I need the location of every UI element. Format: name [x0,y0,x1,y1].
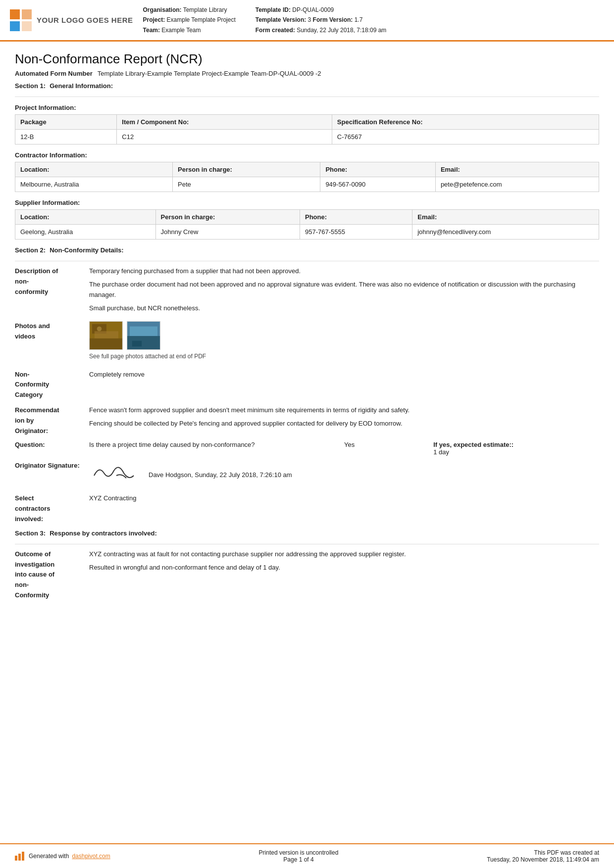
form-number-value: Template Library-Example Template Projec… [98,70,321,77]
form-number-row: Automated Form Number Template Library-E… [15,70,599,77]
project-info-thead-row: Package Item / Component No: Specificati… [15,115,599,130]
contractor-thead-row: Location: Person in charge: Phone: Email… [15,162,599,177]
template-id-row: Template ID: DP-QUAL-0009 [256,5,387,15]
question-estimate: If yes, expected estimate:: 1 day [433,441,599,456]
footer-link[interactable]: dashpivot.com [72,853,110,860]
footer-center: Printed version is uncontrolled Page 1 o… [259,849,339,863]
svg-point-8 [97,327,102,332]
contractor-col-3: Email: [435,162,599,177]
section3-header: Section 3:Response by contractors involv… [15,530,599,537]
description-row: Description ofnon-conformity Temporary f… [15,266,599,316]
contractors-label: Selectcontractorsinvolved: [15,493,89,524]
question-answer: Yes [344,441,433,456]
description-value: Temporary fencing purchased from a suppl… [89,266,599,316]
logo-text: YOUR LOGO GOES HERE [37,16,133,24]
divider1 [15,96,599,97]
footer-generated-text: Generated with [29,853,69,860]
logo-icon [10,9,32,31]
report-title: Non-Conformance Report (NCR) [15,51,599,67]
contractor-col-0: Location: [15,162,173,177]
supplier-phone: 957-767-5555 [300,225,412,240]
recommendation-line-1: Fencing should be collected by Pete's fe… [89,419,599,429]
template-version-row: Template Version: 3 Form Version: 1.7 [256,15,387,25]
svg-rect-15 [22,852,24,861]
category-label: Non-ConformityCategory [15,370,89,400]
form-created-row: Form created: Sunday, 22 July 2018, 7:18… [256,25,387,35]
form-number-label: Automated Form Number [15,70,93,77]
photo-svg-1 [90,322,122,349]
supplier-col-2: Phone: [300,210,412,225]
main-content: Non-Conformance Report (NCR) Automated F… [0,42,614,843]
logo-area: YOUR LOGO GOES HERE [10,5,133,35]
estimate-value: 1 day [433,448,449,456]
footer-created-date: Tuesday, 20 November 2018, 11:49:04 am [487,856,599,863]
footer-created-label: This PDF was created at [487,849,599,856]
svg-rect-3 [22,21,32,31]
divider3 [15,544,599,544]
footer-uncontrolled: Printed version is uncontrolled [259,849,339,856]
photo-svg-2 [127,322,160,349]
contractor-phone: 949-567-0090 [320,177,436,192]
supplier-row: Geelong, Australia Johnny Crew 957-767-5… [15,225,599,240]
photo-thumb-1 [89,321,123,350]
svg-rect-0 [10,9,20,19]
category-value: Completely remove [89,370,599,400]
project-spec: C-76567 [332,130,599,145]
svg-rect-14 [18,854,21,861]
contractor-col-1: Person in charge: [173,162,320,177]
signature-row: Originator Signature: Dave Hodgson, Sund… [15,461,599,488]
supplier-thead-row: Location: Person in charge: Phone: Email… [15,210,599,225]
supplier-info-header: Supplier Information: [15,199,599,206]
footer-page: Page 1 of 4 [259,856,339,863]
footer-right: This PDF was created at Tuesday, 20 Nove… [487,849,599,863]
photos-thumbnails [89,321,599,350]
description-line-0: Temporary fencing purchased from a suppl… [89,266,599,277]
recommendation-line-0: Fence wasn't form approved supplier and … [89,405,599,416]
footer: Generated with dashpivot.com Printed ver… [0,843,614,868]
contractor-person: Pete [173,177,320,192]
header-meta-right: Template ID: DP-QUAL-0009 Template Versi… [256,5,387,35]
divider2 [15,261,599,261]
supplier-col-3: Email: [412,210,599,225]
header-meta-left: Organisation: Template Library Project: … [143,5,236,35]
svg-rect-13 [15,856,17,861]
svg-rect-2 [10,21,20,31]
recommendation-row: Recommendation byOriginator: Fence wasn'… [15,405,599,436]
page: YOUR LOGO GOES HERE Organisation: Templa… [0,0,614,868]
outcome-value: XYZ contracting was at fault for not con… [89,549,599,601]
project-info-table: Package Item / Component No: Specificati… [15,114,599,145]
svg-rect-6 [90,338,122,349]
project-info-header: Project Information: [15,104,599,111]
project-col-0: Package [15,115,117,130]
question-row: Question: Is there a project time delay … [15,441,599,456]
supplier-location: Geelong, Australia [15,225,156,240]
project-info-row: 12-B C12 C-76567 [15,130,599,145]
contractor-col-2: Phone: [320,162,436,177]
outcome-label: Outcome ofinvestigationinto cause ofnon-… [15,549,89,601]
photos-caption: See full page photos attached at end of … [89,352,599,361]
photos-row: Photos andvideos [15,321,599,364]
question-text: Is there a project time delay caused by … [89,441,344,456]
description-line-1: The purchase order document had not been… [89,280,599,300]
dashpivot-icon [15,852,26,861]
recommendation-value: Fence wasn't form approved supplier and … [89,405,599,436]
contractors-value: XYZ Contracting [89,493,599,524]
project-row: Project: Example Template Project [143,15,236,25]
project-col-2: Specification Reference No: [332,115,599,130]
outcome-row: Outcome ofinvestigationinto cause ofnon-… [15,549,599,601]
org-row: Organisation: Template Library [143,5,236,15]
category-row: Non-ConformityCategory Completely remove [15,370,599,400]
svg-rect-7 [95,332,118,338]
contractor-info-table: Location: Person in charge: Phone: Email… [15,162,599,192]
contractor-email: pete@petefence.com [435,177,599,192]
question-content: Is there a project time delay caused by … [89,441,599,456]
outcome-line-0: XYZ contracting was at fault for not con… [89,549,599,560]
section1-header: Section 1:General Information: [15,82,599,90]
photos-label: Photos andvideos [15,321,89,364]
footer-left: Generated with dashpivot.com [15,852,110,861]
project-package: 12-B [15,130,117,145]
description-label: Description ofnon-conformity [15,266,89,316]
question-label: Question: [15,441,89,456]
contractor-info-header: Contractor Information: [15,151,599,159]
photos-value: See full page photos attached at end of … [89,321,599,364]
